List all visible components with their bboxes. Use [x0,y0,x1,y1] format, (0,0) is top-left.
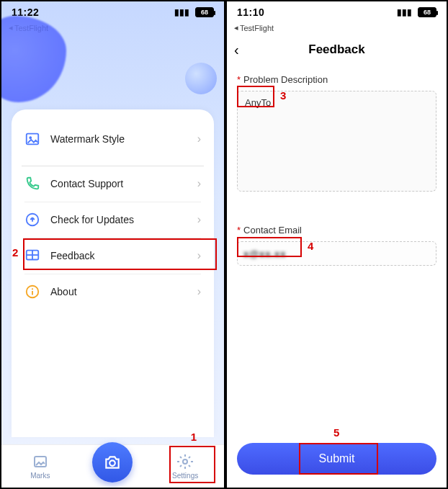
signal-icon: ▮▮▮ [397,7,412,17]
desc-value: AnyTo [245,97,271,108]
email-label: *Contact Email [237,225,436,235]
row-label: About [50,286,197,297]
svg-point-11 [183,459,187,464]
desc-label: *Problem Description [237,74,436,85]
settings-card: Watermark Style › Contact Support › Chec… [12,109,214,437]
feedback-form: *Problem Description AnyTo *Contact Emai… [227,64,447,270]
status-bar: 11:22 ▮▮▮ 68 [1,1,224,23]
page-header: ‹ Feedback [227,35,447,64]
status-icons: ▮▮▮ 68 [397,7,436,17]
status-icons: ▮▮▮ 68 [174,7,214,17]
info-icon [24,284,40,300]
chevron-right-icon: › [197,213,201,226]
feedback-screen: 11:10 ▮▮▮ 68 ◂ TestFlight ‹ Feedback *Pr… [224,1,447,488]
svg-point-8 [32,288,33,290]
page-title: Feedback [308,42,364,57]
nav-camera[interactable] [92,442,133,483]
settings-screen: 11:22 ▮▮▮ 68 ◂ TestFlight Watermark Styl… [1,1,224,488]
chevron-right-icon: › [197,285,201,298]
camera-icon [103,453,122,472]
nav-marks[interactable]: Marks [15,453,66,480]
svg-point-10 [110,460,116,466]
chevron-right-icon: › [197,249,201,262]
breadcrumb[interactable]: ◂ TestFlight [227,23,447,35]
signal-icon: ▮▮▮ [174,7,189,17]
bottom-nav: Marks Settings [1,444,224,488]
back-caret-icon: ◂ [234,23,238,32]
row-feedback[interactable]: Feedback › [12,238,214,274]
row-watermark-style[interactable]: Watermark Style › [12,121,214,157]
row-about[interactable]: About › [12,274,214,310]
nav-label: Marks [30,472,50,480]
row-contact-support[interactable]: Contact Support › [12,166,214,202]
chevron-right-icon: › [197,177,201,190]
marks-icon [32,453,49,470]
battery-icon: 68 [418,7,436,17]
phone-icon [24,176,40,192]
nav-label: Settings [172,472,198,480]
annotation-5: 5 [333,426,339,439]
status-time: 11:22 [12,6,39,18]
row-label: Feedback [50,250,197,261]
back-button[interactable]: ‹ [234,42,239,58]
svg-point-1 [29,136,32,139]
problem-description-input[interactable]: AnyTo [237,91,436,192]
back-caret-icon: ◂ [9,23,13,32]
row-label: Check for Updates [50,214,197,225]
row-label: Watermark Style [50,133,197,145]
submit-button[interactable]: Submit [237,443,436,475]
email-value: x@xx.xx [243,248,286,259]
row-label: Contact Support [50,178,197,189]
status-bar: 11:10 ▮▮▮ 68 [227,1,447,23]
row-check-updates[interactable]: Check for Updates › [12,202,214,238]
contact-email-input[interactable]: x@xx.xx [237,241,436,266]
chevron-right-icon: › [197,133,201,145]
battery-icon: 68 [195,7,214,17]
nav-settings[interactable]: Settings [160,453,210,480]
breadcrumb[interactable]: ◂ TestFlight [1,23,224,35]
update-icon [24,212,40,228]
status-time: 11:10 [237,6,264,18]
gear-icon [176,453,194,470]
image-icon [24,131,40,147]
feedback-icon [24,248,40,264]
